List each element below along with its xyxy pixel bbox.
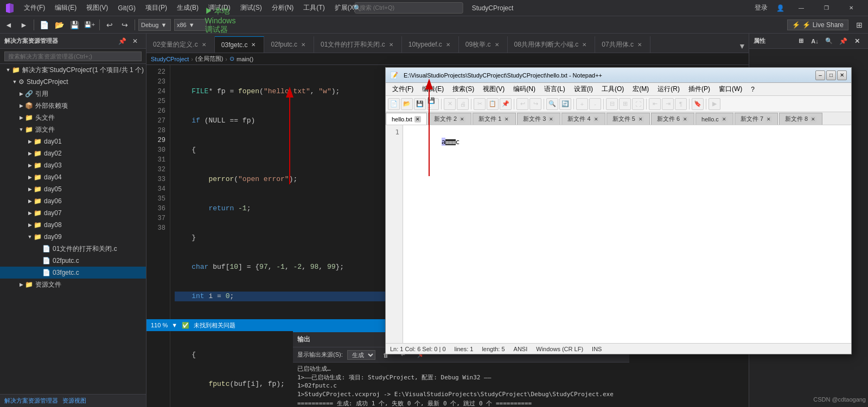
npp-menu-tools[interactable]: 工具(O) [597, 83, 628, 95]
npp-new-icon[interactable]: 📄 [388, 98, 400, 110]
npp-minimize-button[interactable]: – [815, 70, 825, 80]
right-panel-sort-icon[interactable]: A↓ [808, 35, 821, 48]
user-login[interactable]: 登录 [750, 3, 772, 12]
minimize-button[interactable]: — [789, 0, 814, 16]
tree-day04[interactable]: ▶📁day04 [0, 171, 146, 183]
close-button[interactable]: ✕ [839, 0, 864, 16]
tree-file3[interactable]: 📄03fgetc.c [0, 267, 146, 279]
layout-icon[interactable]: ⊞ [853, 18, 866, 31]
tab-01file-close-icon[interactable]: ✕ [387, 41, 395, 48]
menu-analyze[interactable]: 分析(N) [267, 1, 298, 15]
tree-day02[interactable]: ▶📁day02 [0, 147, 146, 159]
npp-menu-run[interactable]: 运行(R) [653, 83, 684, 95]
tree-external-deps[interactable]: ▶ 📦 外部依赖项 [0, 100, 146, 112]
sidebar-search-input[interactable] [4, 51, 142, 61]
npp-code-content[interactable]: a■■■c [403, 125, 851, 343]
tab-enum-close-icon[interactable]: ✕ [493, 41, 501, 48]
npp-tab-new3-close-icon[interactable]: ✕ [548, 116, 554, 122]
npp-bookmark-icon[interactable]: 🔖 [692, 98, 704, 110]
tree-file2[interactable]: 📄02fputc.c [0, 255, 146, 267]
npp-tab-new6[interactable]: 新文件 6 ✕ [651, 113, 694, 125]
debug-config-dropdown[interactable]: Debug ▼ [138, 19, 171, 31]
npp-save-all-icon[interactable]: 💾+ [427, 98, 439, 110]
npp-menu-settings[interactable]: 设置(I) [570, 83, 597, 95]
tab-enum[interactable]: 09枚举.c ✕ [459, 36, 508, 53]
open-icon[interactable]: 📂 [53, 18, 66, 31]
menu-edit[interactable]: 编辑(E) [50, 1, 81, 15]
npp-zoom-in-icon[interactable]: + [576, 98, 588, 110]
npp-save-icon[interactable]: 💾 [414, 98, 426, 110]
tree-day08[interactable]: ▶📁day08 [0, 219, 146, 231]
tab-union-size-close-icon[interactable]: ✕ [580, 41, 588, 48]
right-panel-search-icon[interactable]: 🔍 [822, 35, 835, 48]
npp-menu-window[interactable]: 窗口(W) [714, 83, 746, 95]
tree-project[interactable]: ▼ ⚙ StudyCProject [0, 76, 146, 88]
npp-tab-new2[interactable]: 新文件 2 ✕ [428, 113, 471, 125]
npp-menu-file[interactable]: 文件(F) [388, 83, 418, 95]
undo-icon[interactable]: ↩ [103, 18, 116, 31]
npp-close-button[interactable]: ✕ [837, 70, 847, 80]
global-search[interactable]: 搜索 (Ctrl+Q) 🔍 [355, 2, 463, 14]
tree-solution[interactable]: ▼ 📁 解决方案'StudyCProject'(1 个项目/共 1 个) [0, 64, 146, 76]
npp-menu-help[interactable]: ? [746, 85, 759, 94]
tab-02fputc[interactable]: 02fputc.c ✕ [264, 36, 314, 53]
npp-tab-new8-close-icon[interactable]: ✕ [810, 116, 816, 122]
npp-tab-helloc-close-icon[interactable]: ✕ [721, 116, 727, 122]
sidebar-tab-resource[interactable]: 资源视图 [62, 397, 86, 405]
npp-zoom-out-icon[interactable]: - [589, 98, 601, 110]
tree-day05[interactable]: ▶📁day05 [0, 183, 146, 195]
tab-union-size[interactable]: 08共用体判断大小端.c ✕ [508, 36, 596, 53]
npp-tab-new1[interactable]: 新文件 1 ✕ [473, 113, 516, 125]
npp-tab-hello-close-icon[interactable]: ✕ [414, 116, 421, 122]
save-all-icon[interactable]: 💾+ [83, 18, 96, 31]
tabs-overflow-icon[interactable]: ▼ [736, 40, 749, 53]
menu-view[interactable]: 视图(V) [82, 1, 112, 15]
breadcrumb-scope[interactable]: (全局范围) [195, 55, 223, 63]
menu-test[interactable]: 测试(S) [236, 1, 266, 15]
npp-split-h-icon[interactable]: ⊟ [606, 98, 618, 110]
new-file-icon[interactable]: 📄 [37, 18, 50, 31]
sidebar-tab-solution[interactable]: 解决方案资源管理器 [4, 397, 58, 405]
npp-tab-new8[interactable]: 新文件 8 ✕ [779, 113, 822, 125]
tree-day07[interactable]: ▶📁day07 [0, 207, 146, 219]
npp-cut-icon[interactable]: ✂ [474, 98, 486, 110]
tab-union[interactable]: 07共用体.c ✕ [595, 36, 650, 53]
back-icon[interactable]: ◄ [2, 18, 15, 31]
npp-tab-new2-close-icon[interactable]: ✕ [459, 116, 465, 122]
npp-paste-icon[interactable]: 📌 [500, 98, 512, 110]
tree-resources[interactable]: ▶ 📁 资源文件 [0, 279, 146, 290]
npp-undo-icon[interactable]: ↩ [516, 98, 528, 110]
npp-restore-button[interactable]: □ [826, 70, 836, 80]
tab-02bianliang-close-icon[interactable]: ✕ [200, 41, 208, 48]
npp-tab-new6-close-icon[interactable]: ✕ [682, 116, 688, 122]
menu-build[interactable]: 生成(B) [173, 1, 203, 15]
npp-eol-icon[interactable]: ¶ [675, 98, 687, 110]
restore-button[interactable]: ❒ [814, 0, 839, 16]
tab-02bianliang[interactable]: 02变量的定义.c ✕ [146, 36, 215, 53]
npp-redo-icon[interactable]: ↪ [529, 98, 541, 110]
tree-source-files[interactable]: ▼ 📁 源文件 [0, 124, 146, 135]
npp-tab-new3[interactable]: 新文件 3 ✕ [517, 113, 560, 125]
tab-typedef[interactable]: 10typedef.c ✕ [402, 36, 459, 53]
menu-file[interactable]: 文件(F) [20, 1, 49, 15]
sidebar-close-icon[interactable]: ✕ [129, 35, 142, 48]
npp-replace-icon[interactable]: 🔄 [559, 98, 571, 110]
right-panel-close-icon[interactable]: ✕ [851, 35, 864, 48]
sidebar-pin-icon[interactable]: 📌 [116, 35, 129, 48]
right-panel-pin-icon[interactable]: 📌 [837, 35, 850, 48]
npp-tab-new4-close-icon[interactable]: ✕ [593, 116, 599, 122]
menu-tools[interactable]: 工具(T) [299, 1, 329, 15]
live-share-button[interactable]: ⚡ ⚡ Live Share [787, 20, 848, 30]
menu-git[interactable]: Git(G) [113, 2, 140, 14]
npp-print-icon[interactable]: 🖨 [457, 98, 469, 110]
platform-dropdown[interactable]: x86 ▼ [174, 19, 207, 31]
npp-tab-new4[interactable]: 新文件 4 ✕ [561, 113, 605, 125]
npp-fullscreen-icon[interactable]: ⛶ [632, 98, 644, 110]
tree-file1[interactable]: 📄01文件的打开和关闭.c [0, 243, 146, 255]
zoom-level[interactable]: 110 % ▼ [151, 322, 177, 328]
npp-menu-encode[interactable]: 编码(N) [509, 83, 540, 95]
npp-tab-new7[interactable]: 新文件 7 ✕ [735, 113, 778, 125]
npp-menu-search[interactable]: 搜索(S) [448, 83, 478, 95]
npp-copy-icon[interactable]: 📋 [487, 98, 499, 110]
menu-project[interactable]: 项目(P) [141, 1, 171, 15]
